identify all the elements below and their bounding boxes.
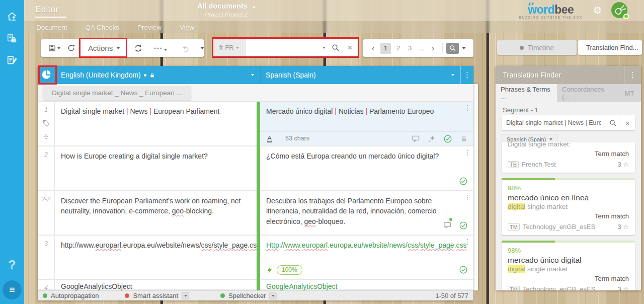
document-tab[interactable]: Digital single market _ News _ European … [43,86,191,100]
undo-dropdown[interactable] [198,47,206,49]
clear-search-icon[interactable]: × [620,115,635,130]
target-cell[interactable]: Mercado único digital | Noticias | Parla… [260,102,473,145]
spellchecker-status[interactable]: Spellchecker [220,292,277,299]
spellchecker-dropdown[interactable] [270,292,277,299]
database-name: Technology_enGB_esES [523,223,596,231]
grid-scrollbar-track[interactable] [473,84,478,290]
source-header-chevron[interactable] [251,74,254,76]
pin-icon[interactable] [428,135,435,142]
search-language-chip[interactable]: fr-FR [213,39,246,56]
help-icon[interactable]: ? [8,258,16,272]
target-cell[interactable]: Descubra los trabajos del Parlamento Eur… [260,191,473,235]
status-check-icon[interactable] [459,177,467,185]
search-options-chevron[interactable] [323,47,326,49]
project-name: Project Project 2 [166,12,287,18]
smart-assistant-dot [125,293,129,298]
segment-rows: 1 Digital single market | News | Europea… [38,102,473,290]
target-cell[interactable]: ¿Cómo está Europa creando un mercado úni… [260,146,473,190]
target-cell[interactable]: GoogleAnalyticsObject [260,280,473,289]
search-icon[interactable] [329,44,342,51]
status-check-icon[interactable] [459,266,467,274]
projects-icon[interactable] [7,33,18,44]
match-score-bar [502,241,635,243]
source-cell[interactable]: Discover the European Parliament's work … [55,191,257,235]
tag-icon[interactable] [43,120,50,127]
lock-icon[interactable] [460,135,467,142]
search-icon[interactable] [606,119,620,126]
hamburger-menu-button[interactable]: ≡ [3,280,22,299]
row-menu-kebab-icon[interactable]: ⋮ [464,105,471,110]
tab-document[interactable]: Document [36,24,67,31]
source-cell[interactable]: GoogleAnalyticsObject [55,280,257,289]
smart-assistant-dropdown[interactable] [182,292,189,299]
page-1-button[interactable]: 1 [380,43,391,54]
save-button[interactable] [46,44,62,52]
goto-segment-button[interactable] [446,43,459,54]
grid-header: English (United Kingdom) Spanish (Spain)… [38,66,473,84]
search-input[interactable] [246,44,319,51]
find-replace-icon[interactable] [132,44,144,52]
document-selector[interactable]: All documents Project Project 2 [166,2,287,18]
user-avatar[interactable] [611,2,628,19]
tab-view[interactable]: View [180,24,194,31]
target-header-chevron[interactable] [451,74,454,76]
pagination-dropdown[interactable] [459,47,469,49]
panel-menu-kebab-icon[interactable]: ⋮ [624,66,641,84]
editor-icon[interactable] [7,55,18,66]
match-card[interactable]: 98% mercado único digital digital single… [502,241,635,290]
tab-mt[interactable]: MT [618,84,641,102]
timeline-toggle[interactable]: Timeline [497,40,577,55]
next-page-button[interactable]: › [427,43,439,53]
smart-assistant-status[interactable]: Smart assistant [125,292,189,299]
page-2-button[interactable]: 2 [392,44,404,52]
match-card[interactable]: Digital single market: Term match TBFren… [502,142,635,173]
grid-menu-kebab-icon[interactable]: ⋮ [460,66,473,84]
home-icon[interactable] [7,11,18,22]
tab-qa-checks[interactable]: QA Checks [86,24,120,31]
target-language-header[interactable]: Spanish (Spain) [260,66,460,84]
status-check-icon[interactable] [444,135,452,143]
match-rating[interactable]: 3 ☆ [617,223,629,231]
formatting-button[interactable]: A [260,132,279,145]
more-options-button[interactable]: ⋯ [151,45,169,51]
left-sidebar: ? ≡ [0,0,24,304]
finder-search-input[interactable] [502,119,606,126]
row-menu-kebab-icon[interactable]: ⋮ [464,239,471,244]
status-check-icon[interactable] [459,221,467,230]
database-badge: TM [508,286,520,290]
row-menu-kebab-icon[interactable]: ⋮ [464,195,471,200]
match-rating[interactable]: 3 ☆ [617,161,629,168]
table-row: 4 GoogleAnalyticsObject GoogleAnalyticsO… [38,280,473,290]
source-cell[interactable]: How is Europe creating a digital single … [55,146,257,190]
source-cell[interactable]: http://www.europarl.europa.eu/website/ne… [55,236,257,279]
page-3-button[interactable]: 3 [404,44,416,52]
row-menu-kebab-icon[interactable]: ⋮ [464,150,471,155]
prev-page-button[interactable]: ‹ [367,43,379,53]
translation-finder-toggle[interactable]: Translation Find... [578,40,642,55]
match-card[interactable]: 98% mercado único en línea digital singl… [502,178,635,235]
tab-preview[interactable]: Preview [137,24,162,31]
actions-button[interactable]: Actions [86,44,122,52]
tab-concordances[interactable]: Concordances (... [557,84,618,102]
undo-button[interactable] [179,44,191,52]
comment-icon[interactable] [444,219,451,230]
comment-icon[interactable] [412,135,420,142]
target-cell[interactable]: Http://www.europarl.europa.eu/website/ne… [260,236,473,279]
match-results: Digital single market: Term match TBFren… [496,142,641,290]
segment-edit-bar: A 53 chars [260,131,473,145]
tab-phrases-terms[interactable]: Phrases & Terms ... [496,84,557,102]
align-segment-icon[interactable] [43,133,49,140]
match-rating[interactable]: 3 ☆ [617,285,629,290]
refresh-button[interactable] [65,44,77,52]
settings-gear-icon[interactable]: ⚙ [593,5,602,16]
clear-search-icon[interactable]: × [342,39,358,56]
table-row: 1 Digital single market | News | Europea… [38,102,473,146]
page-more-button[interactable]: ... [416,44,427,52]
table-row: 2-2 Discover the European Parliament's w… [38,191,473,236]
source-language-header[interactable]: English (United Kingdom) [55,66,260,84]
statistics-pie-icon[interactable] [38,66,55,84]
autopropagation-status[interactable]: Autopropagation [43,292,99,299]
table-row: 3 http://www.europarl.europa.eu/website/… [38,236,473,280]
source-cell[interactable]: Digital single market | News | European … [55,102,257,145]
translation-finder-panel: Translation Finder ⋮ Phrases & Terms ...… [496,66,641,290]
